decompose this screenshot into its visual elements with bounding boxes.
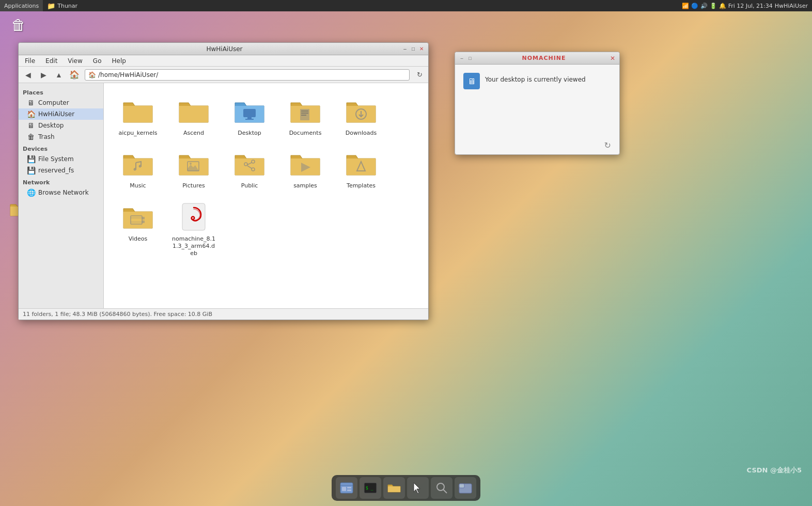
network-header: Network bbox=[19, 176, 103, 187]
menu-help[interactable]: Help bbox=[107, 56, 130, 66]
sidebar-item-desktop[interactable]: 🖥 Desktop bbox=[19, 120, 103, 131]
svg-rect-4 bbox=[301, 110, 308, 112]
address-path: /home/HwHiAiUser/ bbox=[98, 71, 158, 78]
window-title: HwHiAiUser bbox=[48, 45, 401, 53]
svg-rect-0 bbox=[243, 109, 256, 117]
svg-line-33 bbox=[443, 489, 447, 493]
svg-rect-2 bbox=[245, 119, 254, 120]
computer-icon: 🖥 bbox=[27, 99, 35, 107]
maximize-button[interactable]: □ bbox=[410, 45, 417, 53]
dock-item-cursor[interactable] bbox=[407, 477, 429, 499]
taskbar-left: Applications 📁 Thunar bbox=[0, 0, 82, 11]
svg-rect-27 bbox=[347, 487, 351, 488]
desktop-trash[interactable]: 🗑 bbox=[11, 17, 26, 34]
bluetooth-icon[interactable]: 🔵 bbox=[691, 3, 698, 9]
sidebar-item-reservedfs[interactable]: 💾 reserved_fs bbox=[19, 165, 103, 176]
filesystem-icon: 💾 bbox=[27, 155, 35, 163]
file-item-nomachine-deb[interactable]: nomachine_8.11.3_3_arm64.deb bbox=[168, 197, 220, 261]
dock-item-filemanager2[interactable] bbox=[455, 477, 476, 499]
file-item-public[interactable]: Public bbox=[224, 144, 275, 193]
file-item-samples[interactable]: samples bbox=[279, 144, 331, 193]
file-item-templates[interactable]: Templates bbox=[335, 144, 387, 193]
file-item-documents[interactable]: Documents bbox=[279, 91, 331, 140]
toolbar: ◀ ▶ ▲ 🏠 🏠 /home/HwHiAiUser/ ↻ bbox=[19, 67, 428, 83]
nomachine-titlebar[interactable]: – □ NOMACHINE ✕ bbox=[455, 52, 619, 65]
svg-rect-22 bbox=[142, 220, 145, 223]
network-icon[interactable]: 📶 bbox=[682, 3, 689, 9]
file-item-downloads[interactable]: Downloads bbox=[335, 91, 387, 140]
trash-icon: 🗑 bbox=[11, 17, 26, 34]
address-bar[interactable]: 🏠 /home/HwHiAiUser/ bbox=[85, 69, 410, 81]
sidebar-item-hwhiaiuser[interactable]: 🏠 HwHiAiUser bbox=[19, 108, 103, 120]
file-name-downloads: Downloads bbox=[346, 130, 377, 137]
file-item-videos[interactable]: Videos bbox=[112, 197, 164, 261]
dock-item-folder[interactable] bbox=[383, 477, 405, 499]
sidebar-item-computer[interactable]: 🖥 Computer bbox=[19, 97, 103, 108]
svg-rect-21 bbox=[142, 217, 145, 219]
home-button[interactable]: 🏠 bbox=[67, 68, 82, 82]
nomachine-title: NOMACHINE bbox=[522, 55, 566, 61]
file-name-music: Music bbox=[130, 182, 146, 189]
network-label: Browse Network bbox=[38, 189, 89, 196]
status-text: 11 folders, 1 file; 48.3 MiB (50684860 b… bbox=[23, 311, 212, 318]
notification-icon[interactable]: 🔔 bbox=[719, 3, 726, 9]
forward-button[interactable]: ▶ bbox=[36, 68, 51, 82]
svg-point-10 bbox=[190, 163, 192, 165]
nomachine-minimize[interactable]: – bbox=[458, 55, 465, 62]
svg-rect-1 bbox=[247, 117, 252, 119]
file-item-ascend[interactable]: Ascend bbox=[168, 91, 220, 140]
taskbar-top: Applications 📁 Thunar 📶 🔵 🔊 🔋 🔔 Fri 12 J… bbox=[0, 0, 812, 11]
folder-icon-documents bbox=[289, 94, 322, 128]
battery-icon[interactable]: 🔋 bbox=[710, 3, 717, 9]
applications-label: Applications bbox=[4, 3, 39, 9]
dock-item-search[interactable] bbox=[431, 477, 452, 499]
sound-icon[interactable]: 🔊 bbox=[700, 3, 708, 9]
reservedfs-label: reserved_fs bbox=[38, 167, 74, 174]
sidebar-item-filesystem[interactable]: 💾 File System bbox=[19, 153, 103, 165]
close-button[interactable]: ✕ bbox=[418, 45, 425, 53]
nomachine-app-icon: 🖥 bbox=[463, 73, 480, 89]
folder-icon-samples bbox=[289, 147, 322, 180]
places-header: Places bbox=[19, 86, 103, 97]
folder-icon-music bbox=[121, 147, 154, 180]
applications-menu[interactable]: Applications bbox=[0, 0, 43, 11]
menu-file[interactable]: File bbox=[21, 56, 39, 66]
file-name-documents: Documents bbox=[289, 130, 322, 137]
taskbar-right: 📶 🔵 🔊 🔋 🔔 Fri 12 Jul, 21:34 HwHiAiUser bbox=[682, 3, 812, 9]
file-name-pictures: Pictures bbox=[182, 182, 205, 189]
datetime-label: Fri 12 Jul, 21:34 bbox=[728, 3, 773, 9]
window-titlebar[interactable]: HwHiAiUser – □ ✕ bbox=[19, 43, 428, 55]
file-item-desktop[interactable]: Desktop bbox=[224, 91, 275, 140]
file-manager-window: HwHiAiUser – □ ✕ File Edit View Go Help … bbox=[18, 42, 429, 320]
menu-edit[interactable]: Edit bbox=[41, 56, 61, 66]
minimize-button[interactable]: – bbox=[401, 45, 409, 53]
trash-label: Trash bbox=[38, 133, 55, 140]
dock-item-terminal[interactable]: $ _ bbox=[360, 477, 381, 499]
thunar-label: Thunar bbox=[57, 3, 77, 9]
menu-view[interactable]: View bbox=[64, 56, 86, 66]
svg-rect-26 bbox=[342, 487, 346, 491]
file-name-nomachine-deb: nomachine_8.11.3_3_arm64.deb bbox=[171, 235, 216, 258]
menu-bar: File Edit View Go Help bbox=[19, 55, 428, 67]
sidebar-item-browse-network[interactable]: 🌐 Browse Network bbox=[19, 187, 103, 198]
file-name-videos: Videos bbox=[129, 235, 148, 243]
svg-point-32 bbox=[437, 483, 444, 491]
nomachine-icon-symbol: 🖥 bbox=[467, 76, 476, 86]
file-item-pictures[interactable]: Pictures bbox=[168, 144, 220, 193]
network-browse-icon: 🌐 bbox=[27, 188, 35, 197]
menu-go[interactable]: Go bbox=[89, 56, 106, 66]
back-button[interactable]: ◀ bbox=[21, 68, 35, 82]
file-item-music[interactable]: Music bbox=[112, 144, 164, 193]
svg-marker-31 bbox=[414, 483, 420, 494]
folder-icon-desktop bbox=[233, 94, 266, 128]
file-item-aicpu-kernels[interactable]: aicpu_kernels bbox=[112, 91, 164, 140]
reload-button[interactable]: ↻ bbox=[413, 69, 426, 81]
svg-rect-5 bbox=[301, 113, 308, 114]
taskbar-app-item[interactable]: 📁 Thunar bbox=[43, 0, 82, 11]
nomachine-maximize[interactable]: □ bbox=[466, 55, 474, 62]
folder-icon-pictures bbox=[177, 147, 210, 180]
sidebar-item-trash[interactable]: 🗑 Trash bbox=[19, 131, 103, 143]
parent-button[interactable]: ▲ bbox=[52, 68, 66, 82]
dock-item-files[interactable] bbox=[336, 477, 357, 499]
nomachine-close[interactable]: ✕ bbox=[609, 55, 616, 62]
